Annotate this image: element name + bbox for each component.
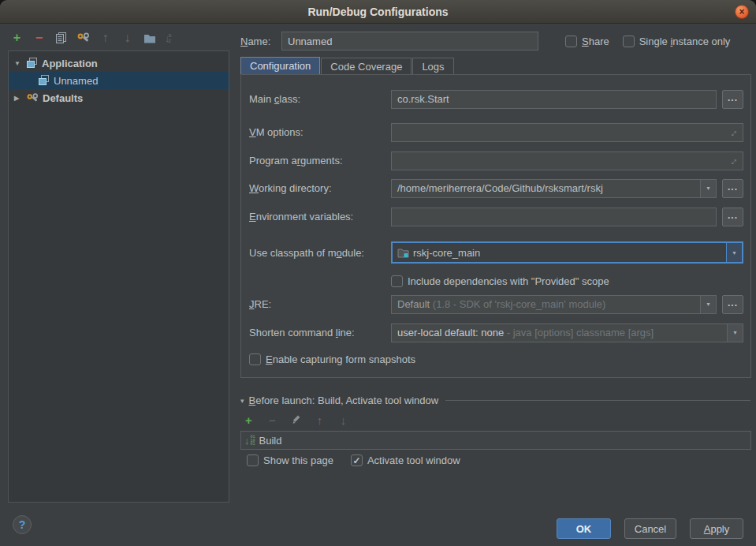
tree-item-label: Unnamed [54, 75, 98, 87]
capture-snapshots-row: ✓ Enable capturing form snapshots [249, 350, 743, 369]
add-task-icon[interactable]: + [242, 413, 255, 427]
activate-tool-window-checkbox[interactable]: ✓ [351, 454, 363, 466]
working-directory-label: Working directory: [249, 182, 391, 194]
apply-button[interactable]: Apply [690, 518, 743, 539]
move-down-icon[interactable]: ↓ [121, 32, 134, 45]
remove-configuration-icon[interactable]: − [32, 32, 46, 45]
main-class-row: Main class: co.rsk.Start ... [249, 89, 743, 109]
activate-tool-window-checkbox-group[interactable]: ✓ Activate tool window [351, 454, 460, 466]
tab-logs[interactable]: Logs [412, 58, 453, 75]
working-directory-combo[interactable]: /home/meriherrera/Code/Github/rsksmart/r… [391, 179, 717, 198]
share-checkbox-group[interactable]: ✓ Share [565, 36, 609, 47]
main-class-browse-button[interactable]: ... [722, 90, 743, 109]
collapse-arrow-icon[interactable]: ▶ [14, 95, 26, 102]
environment-variables-row: Environment variables: ... [249, 207, 743, 226]
close-button[interactable]: × [735, 5, 749, 19]
configurations-tree: ▼ Application Unnamed ▶ [8, 50, 229, 503]
dropdown-button[interactable]: ▼ [700, 180, 716, 197]
chevron-down-icon: ▼ [732, 330, 738, 335]
include-provided-checkbox-group[interactable]: ✓ Include dependencies with "Provided" s… [391, 275, 609, 287]
before-launch-title: Before launch: Build, Activate tool wind… [249, 395, 439, 406]
shorten-command-line-row: Shorten command line: user-local default… [249, 323, 743, 342]
jre-row: JRE: Default (1.8 - SDK of 'rskj-core_ma… [249, 294, 743, 314]
remove-task-icon[interactable]: − [266, 413, 279, 427]
name-row: Name: ✓ Share ✓ Single instance only [240, 31, 751, 51]
help-button[interactable]: ? [13, 515, 32, 534]
before-launch-header[interactable]: ▾ Before launch: Build, Activate tool wi… [240, 395, 750, 406]
capture-snapshots-label: Enable capturing form snapshots [266, 353, 415, 365]
question-mark-icon: ? [19, 518, 26, 531]
name-label: Name: [240, 36, 281, 47]
application-icon [26, 58, 38, 69]
application-icon [38, 75, 50, 86]
vm-options-row: VM options: ↔ [249, 122, 743, 142]
settings-wrench-icon [26, 92, 39, 103]
tab-configuration[interactable]: Configuration [240, 57, 320, 75]
main-class-label: Main class: [249, 93, 391, 105]
working-directory-browse-button[interactable]: ... [722, 179, 743, 198]
main-class-field[interactable]: co.rsk.Start [391, 90, 717, 109]
capture-snapshots-checkbox-group[interactable]: ✓ Enable capturing form snapshots [249, 353, 415, 365]
move-task-up-icon[interactable]: ↑ [313, 413, 326, 427]
single-instance-label: Single instance only [639, 36, 731, 47]
single-instance-checkbox[interactable]: ✓ [623, 36, 635, 47]
move-task-down-icon[interactable]: ↓ [337, 413, 350, 427]
tree-item-unnamed[interactable]: Unnamed [9, 72, 229, 89]
move-up-icon[interactable]: ↑ [99, 32, 112, 45]
jre-label: JRE: [249, 298, 391, 310]
jre-combo[interactable]: Default (1.8 - SDK of 'rskj-core_main' m… [391, 295, 717, 314]
build-task-label[interactable]: Build [259, 435, 282, 447]
classpath-module-label: Use classpath of module: [249, 247, 391, 259]
edit-task-icon[interactable] [289, 413, 303, 427]
before-launch-toolbar: + − ↑ ↓ [242, 413, 350, 427]
single-instance-checkbox-group[interactable]: ✓ Single instance only [623, 36, 731, 47]
show-this-page-checkbox[interactable]: ✓ [247, 454, 259, 466]
vm-options-label: VM options: [249, 126, 391, 138]
ok-button[interactable]: OK [557, 518, 611, 539]
show-this-page-label: Show this page [263, 454, 333, 466]
capture-snapshots-checkbox[interactable]: ✓ [249, 353, 261, 365]
environment-variables-label: Environment variables: [249, 211, 391, 223]
chevron-down-icon: ▼ [732, 250, 737, 256]
window-title: Run/Debug Configurations [307, 6, 448, 18]
cancel-button[interactable]: Cancel [624, 518, 676, 539]
edit-defaults-icon[interactable] [76, 32, 90, 45]
share-checkbox[interactable]: ✓ [565, 36, 577, 47]
before-launch-options: ✓ Show this page ✓ Activate tool window [247, 454, 460, 466]
vm-options-field[interactable]: ↔ [391, 123, 743, 142]
tab-code-coverage[interactable]: Code Coverage [321, 58, 412, 75]
expand-arrow-icon[interactable]: ▼ [14, 60, 26, 67]
dropdown-button[interactable]: ▼ [727, 324, 743, 342]
show-this-page-checkbox-group[interactable]: ✓ Show this page [247, 454, 333, 466]
expand-field-icon[interactable]: ↔ [725, 124, 741, 140]
program-arguments-field[interactable]: ↔ [391, 151, 743, 170]
environment-variables-browse-button[interactable]: ... [722, 208, 743, 226]
copy-configuration-icon[interactable] [54, 32, 68, 45]
create-folder-icon[interactable] [143, 32, 156, 45]
check-icon: ✓ [352, 456, 360, 466]
dropdown-button[interactable]: ▼ [726, 243, 742, 262]
tree-item-label: Application [42, 58, 98, 69]
include-provided-checkbox[interactable]: ✓ [391, 275, 403, 287]
collapse-triangle-icon[interactable]: ▾ [240, 397, 244, 405]
activate-tool-window-label: Activate tool window [367, 454, 460, 466]
tree-item-label: Defaults [43, 92, 83, 104]
jre-browse-button[interactable]: ... [722, 295, 743, 314]
dropdown-button[interactable]: ▼ [700, 296, 716, 313]
titlebar[interactable]: Run/Debug Configurations × [0, 0, 756, 24]
section-divider [445, 400, 750, 401]
run-debug-configurations-dialog: Run/Debug Configurations × + − ↑ [0, 0, 756, 546]
tree-item-defaults[interactable]: ▶ Defaults [9, 89, 229, 107]
close-icon: × [739, 7, 744, 17]
expand-field-icon[interactable]: ↔ [725, 152, 741, 168]
add-configuration-icon[interactable]: + [10, 32, 24, 45]
name-input[interactable] [281, 32, 538, 50]
sort-configurations-icon[interactable]: ↓ a z [165, 32, 171, 44]
environment-variables-field[interactable] [391, 208, 717, 226]
tree-item-application[interactable]: ▼ Application [9, 54, 229, 72]
shorten-command-line-combo[interactable]: user-local default: none - java [options… [391, 323, 743, 342]
classpath-module-combo[interactable]: rskj-core_main ▼ [391, 241, 743, 264]
include-provided-label: Include dependencies with "Provided" sco… [408, 275, 609, 287]
shorten-command-line-label: Shorten command line: [249, 327, 391, 338]
chevron-down-icon: ▼ [706, 301, 711, 307]
